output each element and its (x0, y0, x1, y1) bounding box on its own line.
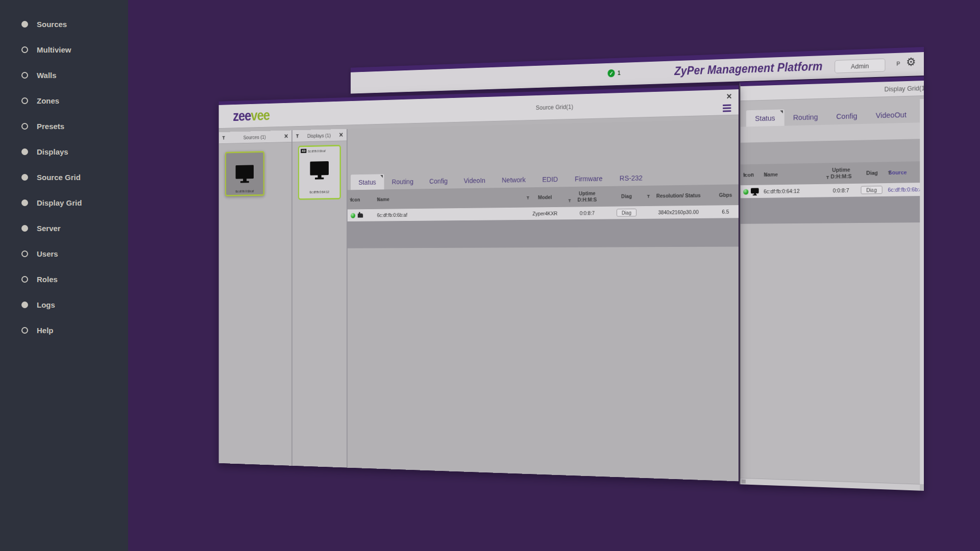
sidebar-item-multiview[interactable]: Multiview (0, 37, 128, 62)
source-grid-status-icon (21, 174, 28, 181)
sidebar-item-help[interactable]: Help (0, 317, 128, 343)
diag-button[interactable]: Diag (617, 209, 636, 217)
tab-status[interactable]: Status (351, 174, 384, 190)
diag-button[interactable]: Diag (861, 186, 883, 194)
close-icon[interactable]: ✕ (726, 92, 732, 101)
monitor-icon (236, 165, 254, 183)
monitor-icon (751, 188, 759, 195)
filter-icon[interactable] (826, 176, 829, 179)
source-resolution: 3840x2160p30.00 (645, 209, 713, 215)
sidebar-item-logs[interactable]: Logs (0, 292, 128, 317)
sidebar-item-display-grid[interactable]: Display Grid (0, 190, 128, 215)
table-footer-band (741, 196, 924, 224)
menu-icon[interactable] (723, 105, 731, 112)
table-footer-band (348, 218, 739, 248)
display-table-header: Icon Name Uptime D:H:M:S Diag Source (741, 161, 924, 185)
tab-network[interactable]: Network (494, 171, 534, 188)
sidebar-item-label: Roles (37, 275, 58, 284)
displays-panel: Displays (1) ✕ X0 6c:df:fb:0:6b:af 6c:df… (292, 129, 348, 468)
column-header-gbps: Gbps (713, 191, 739, 199)
tab-edid[interactable]: EDID (534, 171, 567, 187)
gear-icon[interactable]: ⚙ (906, 56, 916, 69)
display-source: 6c:df:fb:0:6b:af (885, 186, 924, 193)
window-title: Display Grid(1) (885, 84, 924, 93)
displays-panel-title: Displays (1) (301, 132, 337, 139)
walls-status-icon (21, 72, 28, 79)
sidebar: Sources Multiview Walls Zones Presets Di… (0, 0, 128, 551)
tab-config[interactable]: Config (827, 107, 866, 125)
sources-status-icon (21, 21, 28, 28)
sidebar-item-displays[interactable]: Displays (0, 139, 128, 164)
display-thumbnail[interactable]: X0 6c:df:fb:0:6b:af 6c:df:fb:0:64:12 (298, 145, 341, 200)
sidebar-item-source-grid[interactable]: Source Grid (0, 164, 128, 190)
tab-status[interactable]: Status (746, 109, 784, 127)
column-header-diag: Diag (608, 192, 645, 201)
column-header-uptime: Uptime D:H:M:S (824, 166, 859, 181)
sources-panel-header: Sources (1) ✕ (219, 130, 292, 144)
close-icon[interactable]: ✕ (339, 131, 344, 138)
sidebar-item-label: Source Grid (37, 173, 81, 182)
sidebar-item-roles[interactable]: Roles (0, 266, 128, 292)
filter-icon[interactable] (526, 196, 529, 199)
column-header-model: Model (524, 193, 566, 202)
sidebar-item-label: Users (37, 249, 58, 258)
display-thumbnail-label: 6c:df:fb:0:64:12 (299, 190, 339, 194)
sidebar-item-label: Zones (37, 96, 59, 105)
display-name: 6c:df:fb:0:64:12 (762, 188, 823, 194)
source-uptime: 0:0:8:7 (566, 210, 609, 216)
sidebar-item-label: Multiview (37, 45, 71, 54)
filter-icon[interactable] (222, 136, 226, 139)
sources-panel-title: Sources (1) (227, 134, 283, 140)
source-table-area: Status Routing Config VideoIn Network ED… (348, 119, 739, 481)
sidebar-item-label: Display Grid (37, 198, 82, 207)
sidebar-item-server[interactable]: Server (0, 215, 128, 241)
server-status-icon (21, 225, 28, 232)
tab-config[interactable]: Config (421, 173, 455, 189)
tab-rs232[interactable]: RS-232 (611, 169, 651, 186)
column-header-uptime: Uptime D:H:M:S (566, 189, 609, 204)
sidebar-item-zones[interactable]: Zones (0, 88, 128, 113)
admin-button[interactable]: Admin (835, 59, 885, 73)
displays-status-icon (21, 148, 28, 155)
sidebar-item-sources[interactable]: Sources (0, 11, 128, 37)
display-grid-window: Display Grid(1) Status Routing Config Vi… (740, 77, 924, 491)
logo-zee: zee (233, 108, 251, 124)
tab-videoout[interactable]: VideoOut (867, 106, 916, 123)
page-title: ZyPer Management Platform (671, 60, 826, 78)
tab-firmware[interactable]: Firmware (567, 170, 611, 187)
logo-vee: vee (251, 107, 270, 123)
filter-icon[interactable] (647, 195, 650, 198)
display-grid-status-icon (21, 199, 28, 206)
display-badge: X0 (301, 149, 306, 153)
close-icon[interactable]: ✕ (284, 133, 288, 140)
source-model: Zyper4KXR (524, 210, 566, 216)
column-header-diag: Diag (859, 168, 886, 177)
vertical-scrollbar[interactable] (920, 99, 924, 484)
column-header-icon: Icon (348, 195, 375, 204)
tab-routing[interactable]: Routing (384, 173, 421, 189)
sidebar-item-walls[interactable]: Walls (0, 62, 128, 88)
sidebar-item-presets[interactable]: Presets (0, 113, 128, 139)
logs-status-icon (21, 302, 28, 308)
source-gbps: 6.5 (713, 209, 739, 215)
online-status-icon (351, 213, 355, 218)
horizontal-scrollbar[interactable] (741, 478, 920, 491)
sidebar-item-users[interactable]: Users (0, 241, 128, 266)
column-header-icon: Icon (741, 170, 762, 179)
filter-icon[interactable] (568, 199, 571, 202)
column-header-resolution: Resolution/ Status (645, 191, 713, 200)
filter-icon[interactable] (296, 134, 299, 138)
tab-routing[interactable]: Routing (784, 108, 827, 126)
monitor-icon (310, 161, 328, 180)
sidebar-item-label: Logs (37, 300, 55, 309)
source-thumbnail[interactable]: 6c:df:fb:0:6b:af (225, 151, 264, 196)
table-toolbar-band (741, 139, 924, 164)
tab-videoin[interactable]: VideoIn (456, 172, 494, 189)
window-title: Source Grid(1) (511, 102, 599, 112)
sidebar-item-label: Help (37, 326, 54, 335)
sidebar-item-label: Presets (37, 122, 64, 131)
column-header-name: Name (375, 193, 524, 203)
source-device-icon (358, 213, 363, 217)
source-thumbnail-label: 6c:df:fb:0:6b:af (226, 189, 263, 193)
user-initial: P (896, 61, 900, 67)
